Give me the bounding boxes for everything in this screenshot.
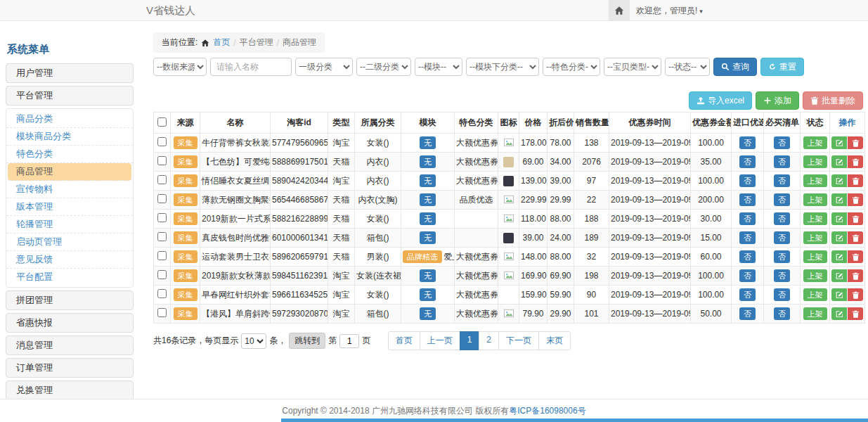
import-toggle-badge[interactable]: 否 — [739, 307, 756, 320]
name-input[interactable] — [210, 58, 292, 76]
level2-category-select[interactable]: --二级分类-- — [356, 58, 411, 76]
edit-button[interactable] — [831, 231, 847, 244]
must-buy-toggle-badge[interactable]: 否 — [774, 174, 790, 187]
row-checkbox[interactable] — [157, 289, 167, 298]
sidebar-item[interactable]: 商品管理 — [8, 163, 131, 181]
import-toggle-badge[interactable]: 否 — [739, 212, 756, 225]
import-toggle-badge[interactable]: 否 — [739, 231, 756, 244]
feature-category-select[interactable]: --特色分类-- — [543, 58, 600, 76]
delete-button[interactable] — [848, 174, 863, 187]
status-button[interactable]: 上架 — [803, 269, 827, 282]
must-buy-toggle-badge[interactable]: 否 — [774, 212, 790, 225]
status-button[interactable]: 上架 — [803, 136, 827, 149]
import-toggle-badge[interactable]: 否 — [739, 136, 756, 149]
sidebar-item[interactable]: 兑换管理 — [6, 381, 134, 399]
page-button[interactable]: 上一页 — [420, 331, 460, 350]
jump-page-input[interactable] — [339, 334, 359, 348]
page-button[interactable]: 1 — [460, 331, 480, 350]
import-toggle-badge[interactable]: 否 — [739, 269, 756, 282]
row-checkbox[interactable] — [157, 308, 167, 317]
add-button[interactable]: 添加 — [756, 91, 799, 110]
page-button[interactable]: 末页 — [538, 331, 571, 350]
row-checkbox[interactable] — [157, 175, 167, 184]
delete-button[interactable] — [848, 269, 863, 282]
select-all-checkbox[interactable] — [157, 117, 167, 127]
sidebar-item[interactable]: 宣传物料 — [6, 181, 133, 198]
status-button[interactable]: 上架 — [803, 155, 827, 168]
home-button[interactable] — [609, 0, 630, 20]
row-checkbox[interactable] — [157, 156, 167, 165]
search-button[interactable]: 查询 — [713, 58, 757, 76]
edit-button[interactable] — [831, 155, 847, 168]
must-buy-toggle-badge[interactable]: 否 — [774, 269, 790, 282]
must-buy-toggle-badge[interactable]: 否 — [774, 307, 790, 320]
status-button[interactable]: 上架 — [803, 193, 827, 206]
row-checkbox[interactable] — [157, 213, 167, 222]
batch-delete-button[interactable]: 批量删除 — [803, 91, 863, 110]
delete-button[interactable] — [848, 288, 863, 301]
row-checkbox[interactable] — [157, 270, 167, 279]
sidebar-item[interactable]: 用户管理 — [6, 63, 134, 83]
import-toggle-badge[interactable]: 否 — [739, 155, 756, 168]
item-type-select[interactable]: --宝贝类型-- — [604, 58, 661, 76]
import-toggle-badge[interactable]: 否 — [739, 288, 756, 301]
sidebar-item[interactable]: 平台配置 — [6, 269, 133, 286]
must-buy-toggle-badge[interactable]: 否 — [774, 136, 790, 149]
status-button[interactable]: 上架 — [803, 174, 827, 187]
delete-button[interactable] — [848, 307, 863, 320]
delete-button[interactable] — [848, 250, 863, 263]
sidebar-item[interactable]: 拼团管理 — [6, 290, 134, 310]
sidebar-item[interactable]: 订单管理 — [6, 358, 134, 378]
module-subcategory-select[interactable]: --模块下分类-- — [466, 58, 539, 76]
status-button[interactable]: 上架 — [803, 212, 827, 225]
status-button[interactable]: 上架 — [803, 231, 827, 244]
module-select[interactable]: --模块-- — [415, 58, 462, 76]
row-checkbox[interactable] — [157, 194, 167, 203]
edit-button[interactable] — [831, 269, 847, 282]
sidebar-item[interactable]: 轮播管理 — [6, 216, 133, 234]
import-toggle-badge[interactable]: 否 — [739, 174, 756, 187]
status-select[interactable]: --状态-- — [665, 58, 710, 76]
breadcrumb-home-link[interactable]: 首页 — [213, 37, 230, 49]
sidebar-item[interactable]: 启动页管理 — [6, 234, 133, 251]
sidebar-item[interactable]: 特色分类 — [6, 146, 133, 163]
delete-button[interactable] — [848, 136, 863, 149]
must-buy-toggle-badge[interactable]: 否 — [774, 193, 790, 206]
delete-button[interactable] — [848, 155, 863, 168]
edit-button[interactable] — [831, 174, 847, 187]
must-buy-toggle-badge[interactable]: 否 — [774, 231, 790, 244]
icp-link[interactable]: 粤ICP备16098006号 — [509, 405, 585, 417]
status-button[interactable]: 上架 — [803, 250, 827, 263]
must-buy-toggle-badge[interactable]: 否 — [774, 250, 790, 263]
sidebar-item[interactable]: 版本管理 — [6, 198, 133, 216]
import-excel-button[interactable]: 导入excel — [689, 91, 752, 110]
status-button[interactable]: 上架 — [803, 288, 827, 301]
sidebar-item[interactable]: 平台管理 — [6, 86, 134, 106]
edit-button[interactable] — [831, 193, 847, 206]
sidebar-item[interactable]: 意见反馈 — [6, 251, 133, 269]
edit-button[interactable] — [831, 212, 847, 225]
level1-category-select[interactable]: 一级分类 — [295, 58, 353, 76]
per-page-select[interactable]: 10 — [241, 333, 266, 349]
must-buy-toggle-badge[interactable]: 否 — [774, 288, 790, 301]
edit-button[interactable] — [831, 288, 847, 301]
row-checkbox[interactable] — [157, 251, 167, 260]
delete-button[interactable] — [848, 212, 863, 225]
jump-button[interactable]: 跳转到 — [289, 333, 325, 349]
delete-button[interactable] — [848, 231, 863, 244]
status-button[interactable]: 上架 — [803, 307, 827, 320]
edit-button[interactable] — [831, 250, 847, 263]
edit-button[interactable] — [831, 136, 847, 149]
sidebar-item[interactable]: 消息管理 — [6, 335, 134, 355]
row-checkbox[interactable] — [157, 232, 167, 241]
must-buy-toggle-badge[interactable]: 否 — [774, 155, 790, 168]
sidebar-item[interactable]: 商品分类 — [6, 110, 133, 128]
sidebar-item[interactable]: 模块商品分类 — [6, 128, 133, 146]
edit-button[interactable] — [831, 307, 847, 320]
page-button[interactable]: 首页 — [388, 331, 420, 350]
import-toggle-badge[interactable]: 否 — [739, 193, 756, 206]
sidebar-item[interactable]: 省惠快报 — [6, 313, 134, 333]
row-checkbox[interactable] — [157, 137, 167, 146]
delete-button[interactable] — [848, 193, 863, 206]
reset-button[interactable]: 重置 — [760, 58, 804, 76]
